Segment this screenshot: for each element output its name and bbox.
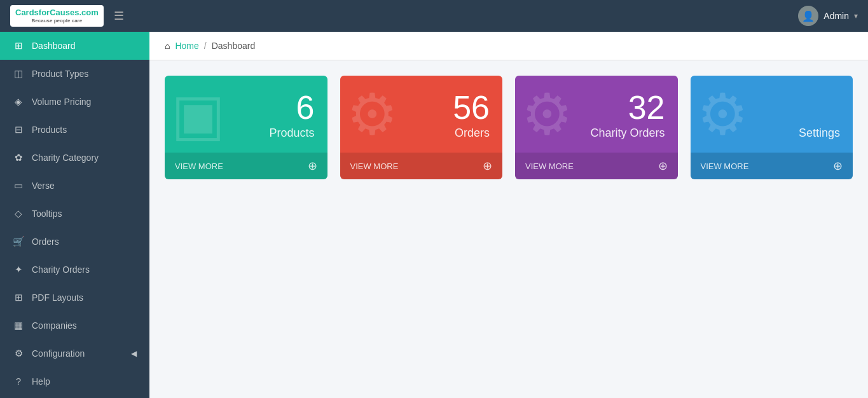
sidebar-item-label-volume-pricing: Volume Pricing [32,97,91,107]
sidebar-item-configuration[interactable]: ⚙Configuration◀ [0,340,149,367]
chevron-down-icon: ▾ [854,11,858,20]
sidebar-item-charity-category[interactable]: ✿Charity Category [0,144,149,172]
sidebar-item-label-dashboard: Dashboard [32,41,76,51]
product-types-icon: ◫ [13,68,24,79]
breadcrumb-current: Dashboard [212,41,256,51]
products-card-body: ▣6Products [165,76,327,153]
products-card-number: 6 [296,91,315,124]
orders-card[interactable]: ⚙56OrdersVIEW MORE⊕ [340,76,503,179]
orders-card-bg-icon: ⚙ [347,86,398,143]
charity-orders-card-body: ⚙32Charity Orders [515,76,678,153]
products-card-bg-icon: ▣ [171,86,225,143]
settings-card-footer[interactable]: VIEW MORE⊕ [691,153,853,179]
main-content: ⌂ Home / Dashboard ▣6ProductsVIEW MORE⊕⚙… [149,32,868,398]
sidebar-item-orders[interactable]: 🛒Orders [0,228,149,256]
home-icon: ⌂ [165,41,170,51]
settings-card-bg-icon: ⚙ [697,86,748,143]
products-card-footer[interactable]: VIEW MORE⊕ [165,153,327,179]
breadcrumb: ⌂ Home / Dashboard [149,32,868,60]
orders-card-footer[interactable]: VIEW MORE⊕ [340,153,503,179]
settings-card[interactable]: ⚙SettingsVIEW MORE⊕ [691,76,853,179]
sidebar-item-label-orders: Orders [32,237,59,247]
help-icon: ? [13,376,24,387]
sidebar-item-label-verse: Verse [32,181,55,191]
sidebar-item-product-types[interactable]: ◫Product Types [0,60,149,88]
app-body: ⊞Dashboard◫Product Types◈Volume Pricing⊟… [0,32,868,398]
sidebar-item-companies[interactable]: ▦Companies [0,312,149,340]
charity-orders-card-number: 32 [628,91,665,124]
volume-pricing-icon: ◈ [13,96,24,107]
settings-card-footer-label: VIEW MORE [701,161,749,171]
settings-card-body: ⚙Settings [691,76,853,153]
sidebar-item-pdf-layouts[interactable]: ⊞PDF Layouts [0,284,149,312]
settings-card-label: Settings [799,127,840,140]
brand-sub: Because people care [32,18,83,24]
sidebar-item-label-configuration: Configuration [32,348,85,359]
products-card[interactable]: ▣6ProductsVIEW MORE⊕ [165,76,327,179]
orders-card-number: 56 [453,91,490,124]
sidebar: ⊞Dashboard◫Product Types◈Volume Pricing⊟… [0,32,149,398]
navbar-right: 👤 Admin ▾ [798,6,858,26]
sidebar-item-tooltips[interactable]: ◇Tooltips [0,200,149,228]
charity-orders-card-label: Charity Orders [590,127,665,140]
products-card-footer-label: VIEW MORE [175,161,223,171]
orders-card-label: Orders [455,127,490,140]
sidebar-item-label-pdf-layouts: PDF Layouts [32,292,83,303]
charity-orders-icon: ✦ [13,264,24,275]
orders-card-body: ⚙56Orders [340,76,503,153]
sidebar-item-label-companies: Companies [32,320,77,331]
navbar: CardsforCauses.com Because people care ☰… [0,0,868,32]
orders-card-footer-label: VIEW MORE [350,161,399,171]
brand-logo[interactable]: CardsforCauses.com Because people care [10,5,104,26]
charity-orders-card[interactable]: ⚙32Charity OrdersVIEW MORE⊕ [515,76,678,179]
products-icon: ⊟ [13,124,24,135]
avatar-icon: 👤 [802,10,815,22]
sidebar-item-label-charity-orders: Charity Orders [32,264,90,275]
configuration-collapse-icon: ◀ [131,349,137,358]
tooltips-icon: ◇ [13,208,24,219]
breadcrumb-home-link[interactable]: Home [175,41,198,51]
companies-icon: ▦ [13,320,24,331]
sidebar-item-help[interactable]: ?Help [0,367,149,395]
pdf-layouts-icon: ⊞ [13,292,24,303]
avatar: 👤 [798,6,818,26]
breadcrumb-separator: / [204,41,207,51]
navbar-left: CardsforCauses.com Because people care ☰ [10,5,124,26]
admin-label[interactable]: Admin [823,11,849,21]
charity-orders-card-bg-icon: ⚙ [521,86,573,143]
hamburger-icon[interactable]: ☰ [114,9,124,23]
products-card-footer-arrow-icon: ⊕ [308,159,317,173]
sidebar-item-volume-pricing[interactable]: ◈Volume Pricing [0,88,149,116]
charity-orders-card-footer-label: VIEW MORE [525,161,574,171]
orders-icon: 🛒 [13,236,24,247]
orders-card-footer-arrow-icon: ⊕ [483,159,492,173]
brand-top: CardsforCauses.com [15,8,99,18]
products-card-label: Products [269,127,314,140]
sidebar-item-dashboard[interactable]: ⊞Dashboard [0,32,149,60]
sidebar-item-label-tooltips: Tooltips [32,209,62,219]
dashboard-icon: ⊞ [13,40,24,51]
configuration-icon: ⚙ [13,348,24,359]
charity-orders-card-footer-arrow-icon: ⊕ [658,159,668,173]
sidebar-item-label-charity-category: Charity Category [32,153,99,163]
sidebar-item-label-help: Help [32,376,50,387]
settings-card-footer-arrow-icon: ⊕ [833,159,843,173]
sidebar-item-products[interactable]: ⊟Products [0,116,149,144]
sidebar-item-verse[interactable]: ▭Verse [0,172,149,200]
sidebar-item-label-products: Products [32,125,67,135]
cards-container: ▣6ProductsVIEW MORE⊕⚙56OrdersVIEW MORE⊕⚙… [149,60,868,195]
charity-category-icon: ✿ [13,152,24,163]
sidebar-item-label-product-types: Product Types [32,69,88,79]
sidebar-item-charity-orders[interactable]: ✦Charity Orders [0,256,149,284]
verse-icon: ▭ [13,180,24,191]
charity-orders-card-footer[interactable]: VIEW MORE⊕ [515,153,678,179]
